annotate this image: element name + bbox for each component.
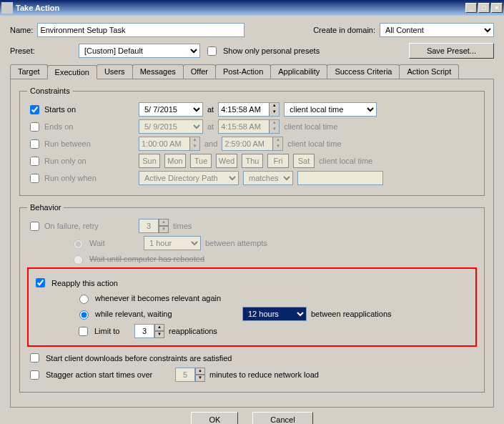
run-between-checkbox[interactable] [30, 139, 39, 149]
spin-up-icon: ▲ [154, 324, 164, 331]
ends-on-label: Ends on [44, 122, 73, 131]
reapply-checkbox[interactable] [36, 278, 45, 287]
on-failure-checkbox[interactable] [30, 222, 39, 231]
at-label-1: at [207, 105, 214, 114]
while-label: while relevant, waiting [95, 310, 238, 318]
tab-execution[interactable]: Execution [47, 65, 97, 79]
preset-select[interactable]: [Custom] Default [79, 44, 200, 58]
run-only-on-checkbox[interactable] [30, 157, 39, 166]
tab-panel-execution: Constraints Starts on 5/ 7/2015 at ▲▼ cl… [10, 79, 494, 408]
starts-on-label: Starts on [44, 105, 76, 114]
day-tue: Tue [190, 154, 212, 168]
ends-time-input: ▲▼ [218, 119, 280, 134]
row-value-input [297, 171, 383, 185]
tab-applicability[interactable]: Applicability [270, 64, 327, 79]
minimize-button[interactable]: _ [465, 3, 477, 13]
behavior-legend: Behavior [27, 203, 64, 212]
reapply-highlight: Reapply this action whenever it becomes … [27, 267, 477, 347]
while-radio[interactable] [79, 310, 89, 320]
tab-offer[interactable]: Offer [183, 64, 216, 79]
starts-tz-select[interactable]: client local time [284, 102, 377, 117]
constraints-legend: Constraints [27, 87, 73, 95]
ok-button[interactable]: OK [191, 412, 238, 424]
starts-on-checkbox[interactable] [30, 105, 39, 114]
titlebar: Take Action _ □ × [0, 0, 504, 16]
limit-to-checkbox[interactable] [79, 327, 88, 336]
stagger-tail-label: minutes to reduce network load [209, 370, 319, 379]
app-icon [1, 2, 13, 14]
row-op-select: matches [243, 171, 293, 185]
close-button[interactable]: × [491, 3, 503, 13]
and-label: and [204, 139, 217, 148]
tab-bar: Target Execution Users Messages Offer Po… [10, 64, 494, 79]
reapplications-label: reapplications [169, 327, 217, 335]
name-input[interactable] [37, 23, 244, 37]
tab-messages[interactable]: Messages [132, 64, 184, 79]
window-title: Take Action [16, 4, 465, 12]
retry-count-spinner: ▲▼ [139, 219, 169, 233]
tab-target[interactable]: Target [10, 64, 48, 79]
reapply-label: Reapply this action [51, 279, 118, 287]
whenever-radio[interactable] [79, 295, 89, 304]
stagger-spinner: ▲▼ [175, 368, 205, 382]
personal-presets-checkbox[interactable] [207, 46, 217, 56]
constraints-group: Constraints Starts on 5/ 7/2015 at ▲▼ cl… [19, 87, 485, 196]
start-downloads-label: Start client downloads before constraint… [46, 354, 232, 363]
day-wed: Wed [216, 154, 237, 168]
start-downloads-checkbox[interactable] [30, 353, 39, 363]
day-sat: Sat [293, 154, 315, 168]
limit-to-label: Limit to [94, 327, 130, 335]
starts-time-input[interactable]: ▲▼ [218, 102, 280, 117]
wait-interval-select: 1 hour [144, 236, 201, 250]
tab-post-action[interactable]: Post-Action [215, 64, 271, 79]
run-between-label: Run between [44, 139, 91, 148]
tab-success-criteria[interactable]: Success Criteria [327, 64, 400, 79]
whenever-label: whenever it becomes relevant again [95, 294, 221, 302]
domain-select[interactable]: All Content [380, 23, 494, 37]
stagger-checkbox[interactable] [30, 370, 39, 380]
row-path-select: Active Directory Path [139, 171, 239, 185]
day-thu: Thu [242, 154, 263, 168]
on-failure-label: On failure, retry [44, 222, 99, 230]
maximize-button[interactable]: □ [478, 3, 490, 13]
save-preset-button[interactable]: Save Preset... [409, 43, 494, 59]
ends-on-checkbox[interactable] [30, 122, 39, 132]
preset-label: Preset: [10, 46, 46, 55]
tab-action-script[interactable]: Action Script [399, 64, 459, 79]
cancel-button[interactable]: Cancel [252, 412, 312, 424]
stagger-label: Stagger action start times over [46, 370, 171, 379]
wait-label: Wait [89, 239, 139, 247]
rb-to-input: ▲▼ [222, 137, 283, 151]
day-sun: Sun [139, 154, 160, 168]
run-only-when-label: Run only when [44, 174, 97, 182]
run-only-on-label: Run only on [44, 157, 87, 165]
wait-radio [74, 240, 83, 249]
name-label: Name: [10, 26, 33, 34]
times-label: times [173, 222, 192, 230]
behavior-group: Behavior On failure, retry ▲▼ times Wait… [19, 203, 485, 393]
domain-label: Create in domain: [313, 26, 375, 34]
ends-date-select: 5/ 9/2015 [139, 119, 203, 134]
starts-date-select[interactable]: 5/ 7/2015 [139, 102, 203, 117]
reapply-interval-select[interactable]: 12 hours [242, 307, 307, 321]
tab-users[interactable]: Users [97, 64, 133, 79]
day-mon: Mon [164, 154, 186, 168]
roo-tz-label: client local time [319, 157, 372, 165]
limit-spinner[interactable]: ▲▼ [134, 324, 164, 338]
between-reapp-label: between reapplications [311, 310, 392, 318]
wait-reboot-radio [74, 255, 83, 265]
day-fri: Fri [267, 154, 289, 168]
run-only-when-checkbox[interactable] [30, 174, 39, 183]
ends-tz-label: client local time [284, 122, 337, 131]
rb-tz-label: client local time [287, 139, 341, 148]
wait-reboot-label: Wait until computer has rebooted [89, 255, 204, 263]
at-label-2: at [207, 122, 214, 131]
between-attempts-label: between attempts [205, 239, 267, 247]
rb-from-input: ▲▼ [139, 137, 200, 151]
personal-presets-label: Show only personal presets [223, 46, 320, 55]
spin-down-icon: ▼ [154, 331, 164, 338]
